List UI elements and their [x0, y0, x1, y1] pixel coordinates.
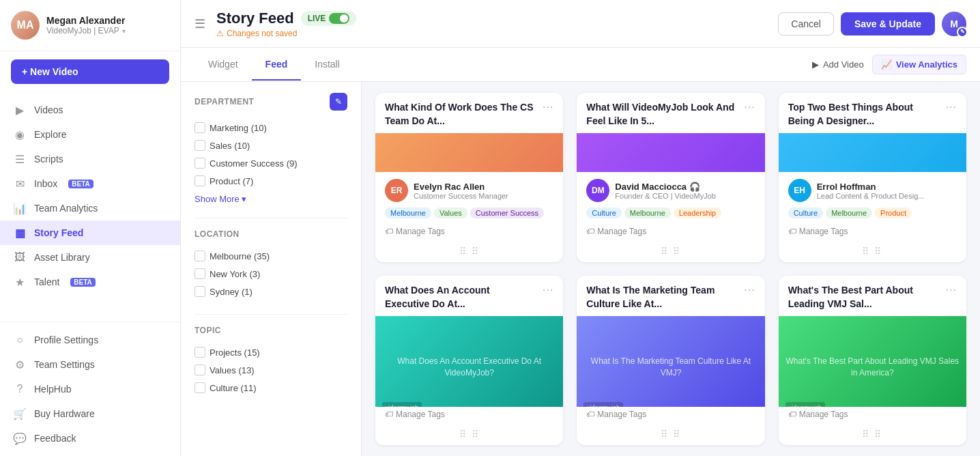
view-analytics-button[interactable]: 📈 View Analytics [872, 55, 966, 74]
tag-product-3[interactable]: Product [875, 208, 912, 218]
chart-icon: 📈 [881, 59, 892, 70]
manage-tags-4[interactable]: 🏷 Manage Tags [375, 407, 563, 426]
checkbox-projects[interactable] [194, 347, 205, 358]
sidebar-item-helphub[interactable]: ? HelpHub [0, 377, 180, 401]
tag-melbourne-2[interactable]: Melbourne [624, 208, 671, 218]
sidebar-item-team[interactable]: ⚙ Team Settings [0, 352, 180, 377]
tag-customersuccess-1[interactable]: Customer Success [470, 208, 544, 218]
filter-item-newyork[interactable]: New York (3) [194, 265, 347, 283]
manage-tags-5[interactable]: 🏷 Manage Tags [577, 407, 764, 426]
sidebar-item-storyfeed[interactable]: ▦ Story Feed [0, 220, 180, 245]
sidebar-item-videos[interactable]: ▶ Videos [0, 98, 180, 122]
video-thumb-4[interactable]: What Does An Account Executive Do At Vid… [375, 316, 563, 407]
save-update-button[interactable]: Save & Update [841, 12, 935, 35]
chevron-icon: ▾ [242, 194, 246, 204]
filter-panel: Department ✎ Marketing (10) Sales (10) [181, 82, 362, 456]
menu-icon[interactable]: ☰ [194, 16, 205, 31]
sidebar-item-inbox[interactable]: ✉ Inbox BETA [0, 171, 180, 196]
video-thumb-3[interactable]: Top Two Best Things About Being A Design… [779, 133, 966, 172]
card-tags-3: Culture Melbourne Product [779, 208, 966, 224]
videos-icon: ▶ [14, 104, 26, 116]
tab-widget[interactable]: Widget [194, 49, 252, 81]
sidebar-item-feedback[interactable]: 💬 Feedback [0, 426, 180, 451]
topic-filter-header: Topic [194, 326, 347, 335]
sidebar-item-assetlibrary[interactable]: 🖼 Asset Library [0, 245, 180, 270]
filter-item-values[interactable]: Values (13) [194, 361, 347, 379]
filter-item-culture[interactable]: Culture (11) [194, 379, 347, 397]
tag-values-1[interactable]: Values [434, 208, 467, 218]
sidebar-item-hardware[interactable]: 🛒 Buy Hardware [0, 401, 180, 426]
cancel-button[interactable]: Cancel [778, 12, 834, 35]
edit-department-button[interactable]: ✎ [330, 93, 347, 111]
manage-tags-6[interactable]: 🏷 Manage Tags [779, 407, 966, 426]
sidebar-item-explore[interactable]: ◉ Explore [0, 122, 180, 147]
drag-handle-6[interactable]: ⠿ ⠿ [779, 426, 966, 445]
sidebar-item-label: Team Analytics [34, 203, 98, 214]
checkbox-values[interactable] [194, 365, 205, 375]
more-options-icon-6[interactable]: ··· [946, 284, 957, 296]
avatar-initial: M [950, 18, 958, 29]
drag-handle-4[interactable]: ⠿ ⠿ [375, 426, 563, 445]
tab-feed[interactable]: Feed [252, 49, 302, 81]
tab-install[interactable]: Install [301, 49, 354, 81]
sidebar-item-scripts[interactable]: ☰ Scripts [0, 147, 180, 171]
tag-melbourne-1[interactable]: Melbourne [385, 208, 431, 218]
more-options-icon-5[interactable]: ··· [744, 284, 755, 296]
sidebar-item-label: Talent [34, 276, 59, 287]
filter-item-marketing[interactable]: Marketing (10) [194, 119, 347, 137]
checkbox-newyork[interactable] [194, 268, 205, 279]
new-video-button[interactable]: + New Video [11, 59, 169, 84]
filter-item-projects[interactable]: Projects (15) [194, 343, 347, 361]
manage-tags-2[interactable]: 🏷 Manage Tags [577, 224, 764, 243]
sidebar-item-label: Team Settings [34, 359, 95, 370]
page-title: Story Feed LIVE [216, 10, 770, 27]
filter-item-sales[interactable]: Sales (10) [194, 137, 347, 154]
sidebar-item-analytics[interactable]: 📊 Team Analytics [0, 196, 180, 220]
card-header-6: What's The Best Part About Leading VMJ S… [779, 276, 966, 316]
more-options-icon-2[interactable]: ··· [744, 101, 755, 113]
filter-item-customer-success[interactable]: Customer Success (9) [194, 154, 347, 172]
sidebar-item-profile[interactable]: ○ Profile Settings [0, 328, 180, 352]
user-org[interactable]: VideoMyJob | EVAP ▾ [46, 26, 126, 35]
checkbox-sydney[interactable] [194, 286, 205, 297]
live-toggle[interactable] [329, 13, 349, 24]
drag-handle-2[interactable]: ⠿ ⠿ [577, 243, 764, 262]
more-options-icon-4[interactable]: ··· [543, 284, 553, 296]
location-filter: Location Melbourne (35) New York (3) [194, 229, 347, 300]
checkbox-product[interactable] [194, 175, 205, 186]
video-thumb-2[interactable]: What Will VideoMyJob Look And Feel Like … [577, 133, 764, 172]
tag-leadership-2[interactable]: Leadership [674, 208, 721, 218]
drag-handle-5[interactable]: ⠿ ⠿ [577, 426, 764, 445]
tag-melbourne-3[interactable]: Melbourne [826, 208, 872, 218]
user-avatar-small[interactable]: M ✎ [942, 12, 966, 36]
filter-item-melbourne[interactable]: Melbourne (35) [194, 247, 347, 265]
filter-item-product[interactable]: Product (7) [194, 172, 347, 190]
tag-culture-3[interactable]: Culture [788, 208, 823, 218]
edit-dot-icon: ✎ [957, 27, 968, 38]
video-card-3: Top Two Best Things About Being A Design… [779, 93, 966, 262]
sidebar-item-label: Scripts [34, 154, 63, 165]
checkbox-melbourne[interactable] [194, 251, 205, 261]
drag-handle-3[interactable]: ⠿ ⠿ [779, 243, 966, 262]
avatar: MA [11, 11, 40, 40]
more-options-icon-1[interactable]: ··· [543, 101, 553, 113]
video-thumb-5[interactable]: What Is The Marketing Team Culture Like … [577, 316, 764, 407]
manage-tags-3[interactable]: 🏷 Manage Tags [779, 224, 966, 243]
checkbox-culture[interactable] [194, 382, 205, 393]
not-saved-text: Changes not saved [227, 29, 297, 38]
drag-handle-1[interactable]: ⠿ ⠿ [375, 243, 563, 262]
checkbox-sales[interactable] [194, 140, 205, 151]
video-thumb-6[interactable]: What's The Best Part About Leading VMJ S… [779, 316, 966, 407]
video-thumb-1[interactable]: What Kind Of Work Does The CS Team Do At… [375, 133, 563, 172]
sidebar-item-label: Buy Hardware [34, 408, 95, 419]
add-video-button[interactable]: ▶ Add Video [804, 55, 872, 74]
show-more-department[interactable]: Show More ▾ [194, 194, 347, 204]
filter-item-sydney[interactable]: Sydney (1) [194, 283, 347, 300]
sidebar-item-label: Explore [34, 129, 66, 140]
manage-tags-1[interactable]: 🏷 Manage Tags [375, 224, 563, 243]
checkbox-marketing[interactable] [194, 122, 205, 133]
checkbox-customer-success[interactable] [194, 158, 205, 169]
sidebar-item-talent[interactable]: ★ Talent BETA [0, 270, 180, 294]
tag-culture-2[interactable]: Culture [586, 208, 621, 218]
more-options-icon-3[interactable]: ··· [946, 101, 957, 113]
